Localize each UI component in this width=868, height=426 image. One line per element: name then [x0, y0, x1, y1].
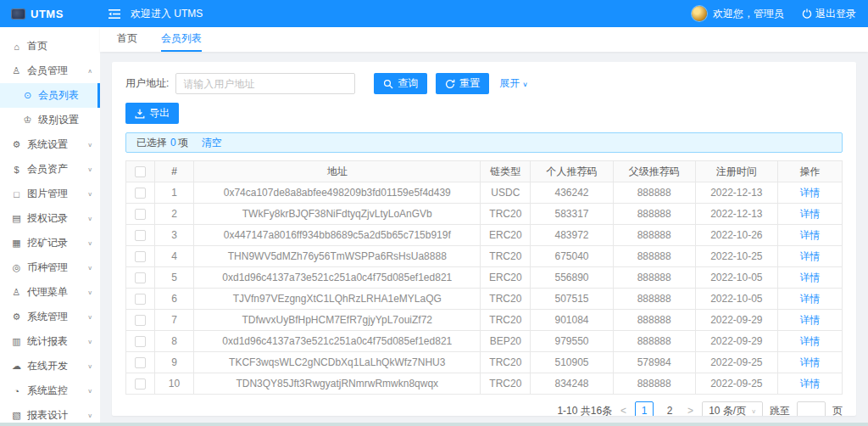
cell-personal-code: 834248 [531, 373, 613, 395]
cell-personal-code: 901084 [531, 310, 613, 331]
jump-prefix: 跳至 [770, 404, 790, 417]
level-settings-icon: ♔ [22, 115, 33, 126]
cell-register-time: 2022-12-13 [695, 204, 777, 225]
row-checkbox[interactable] [135, 378, 146, 390]
reset-button[interactable]: 重置 [436, 73, 489, 94]
tab-member-list[interactable]: 会员列表 [161, 31, 202, 52]
sidebar-item-代理菜单[interactable]: ♙ 代理菜单 ∨ [0, 280, 100, 305]
cell-address: TJVfn97VEzgngXtC1LQhRzLRHA1eMYLaQG [194, 289, 481, 310]
search-button[interactable]: 查询 [374, 73, 427, 94]
brand-area: UTMS [0, 8, 100, 20]
next-page-icon[interactable]: > [686, 405, 695, 416]
sidebar-item-授权记录[interactable]: ▤ 授权记录 ∨ [0, 206, 100, 231]
row-checkbox[interactable] [135, 188, 146, 199]
agent-icon: ♙ [11, 287, 22, 298]
sidebar-item-报表设计[interactable]: ▧ 报表设计 ∨ [0, 403, 100, 423]
page-button-1[interactable]: 1 [635, 401, 654, 416]
menu-fold-icon[interactable] [108, 8, 120, 20]
cell-address: TWkFy8krBJQF38NiFdtyqZjvLtyLoAnGVb [194, 204, 481, 225]
sidebar-item-在线开发[interactable]: ☁ 在线开发 ∨ [0, 354, 100, 378]
row-checkbox[interactable] [135, 272, 146, 283]
row-checkbox[interactable] [135, 230, 146, 241]
filter-row: 用户地址: 查询 [125, 73, 843, 94]
expand-label: 展开 [499, 76, 520, 91]
welcome-text: 欢迎进入 UTMS [131, 7, 203, 21]
sidebar-item-统计报表[interactable]: ▥ 统计报表 ∨ [0, 329, 100, 354]
pagination-total: 1-10 共16条 [557, 404, 612, 417]
row-checkbox[interactable] [135, 315, 146, 326]
cell-chain-type: ERC20 [481, 225, 531, 246]
row-checkbox[interactable] [135, 209, 146, 220]
cell-parent-code: 888888 [613, 331, 695, 352]
cell-personal-code: 675040 [531, 246, 613, 267]
sidebar-item-系统设置[interactable]: ⚙ 系统设置 ∨ [0, 132, 100, 157]
row-checkbox[interactable] [135, 357, 146, 368]
row-detail-link[interactable]: 详情 [799, 314, 820, 326]
row-checkbox[interactable] [135, 251, 146, 262]
row-detail-link[interactable]: 详情 [799, 356, 820, 368]
row-detail-link[interactable]: 详情 [799, 335, 820, 347]
clear-selection-link[interactable]: 清空 [202, 136, 222, 150]
sidebar-item-图片管理[interactable]: □ 图片管理 ∨ [0, 182, 100, 206]
home-icon: ⌂ [11, 42, 22, 52]
sidebar-item-挖矿记录[interactable]: ▦ 挖矿记录 ∨ [0, 231, 100, 255]
sidebar-item-级别设置[interactable]: ♔ 级别设置 [0, 108, 100, 132]
cell-register-time: 2022-10-26 [695, 225, 777, 246]
user-avatar[interactable] [692, 6, 707, 21]
sidebar-item-系统监控[interactable]: ◔ 系统监控 ∨ [0, 378, 100, 403]
row-detail-link[interactable]: 详情 [799, 378, 820, 390]
cell-index: 5 [154, 267, 193, 289]
cell-register-time: 2022-09-29 [695, 331, 777, 352]
row-detail-link[interactable]: 详情 [799, 250, 820, 262]
cell-chain-type: TRC20 [481, 289, 531, 310]
chevron-icon: ∨ [87, 191, 92, 198]
export-button[interactable]: 导出 [125, 103, 179, 124]
expand-link[interactable]: 展开 ∨ [499, 76, 528, 91]
cell-personal-code: 583317 [531, 204, 613, 225]
row-checkbox[interactable] [135, 294, 146, 305]
sidebar-item-系统管理[interactable]: ⚙ 系统管理 ∨ [0, 305, 100, 329]
sidebar-item-会员列表[interactable]: ⊙ 会员列表 [0, 83, 100, 108]
logout-button[interactable]: 退出登录 [802, 7, 856, 21]
search-button-label: 查询 [398, 76, 418, 91]
sidebar-item-会员资产[interactable]: $ 会员资产 ∨ [0, 157, 100, 182]
row-detail-link[interactable]: 详情 [799, 208, 820, 220]
chevron-icon: ∨ [87, 289, 92, 296]
member-table: # 地址 链类型 个人推荐码 父级推荐码 注册时间 操作 1 0x74ca107… [125, 160, 843, 395]
sidebar-item-首页[interactable]: ⌂ 首页 [0, 34, 100, 59]
row-detail-link[interactable]: 详情 [799, 293, 820, 305]
cell-register-time: 2022-09-25 [695, 373, 777, 395]
jump-page-input[interactable] [797, 401, 826, 416]
cell-parent-code: 578984 [613, 352, 695, 373]
cell-address: TDfwvxUyBfHpHCM7EfR7gjyYpL7ouiZf72 [194, 310, 481, 331]
cell-register-time: 2022-10-05 [695, 289, 777, 310]
download-icon [135, 109, 145, 119]
page-button-2[interactable]: 2 [660, 401, 679, 416]
row-detail-link[interactable]: 详情 [799, 187, 820, 199]
logout-icon [802, 8, 812, 19]
sidebar-item-币种管理[interactable]: ◎ 币种管理 ∨ [0, 255, 100, 280]
cell-register-time: 2022-09-25 [695, 352, 777, 373]
row-detail-link[interactable]: 详情 [799, 272, 820, 283]
cell-address: 0x74ca107de8a8abfee498209b3fd01159e5f4d4… [194, 182, 481, 204]
row-detail-link[interactable]: 详情 [799, 229, 820, 241]
cell-index: 10 [154, 373, 193, 395]
user-address-input[interactable] [175, 73, 355, 94]
col-index: # [154, 161, 193, 182]
brand-name: UTMS [31, 8, 64, 20]
sidebar-item-会员管理[interactable]: ♙ 会员管理 ∧ [0, 59, 100, 83]
mining-record-icon: ▦ [11, 238, 22, 249]
chevron-icon: ∨ [87, 142, 92, 149]
row-checkbox[interactable] [135, 336, 146, 347]
tab-home[interactable]: 首页 [117, 31, 137, 52]
table-header-row: # 地址 链类型 个人推荐码 父级推荐码 注册时间 操作 [126, 161, 843, 182]
select-all-checkbox[interactable] [135, 166, 146, 177]
prev-page-icon[interactable]: < [619, 405, 628, 416]
gear-icon: ⚙ [11, 139, 22, 150]
cell-chain-type: TRC20 [481, 310, 531, 331]
cell-parent-code: 888888 [613, 204, 695, 225]
cell-chain-type: USDC [481, 182, 531, 204]
chevron-icon: ∨ [87, 314, 92, 321]
cell-chain-type: ERC20 [481, 267, 531, 289]
page-size-select[interactable]: 10 条/页 ∨ [702, 401, 763, 416]
